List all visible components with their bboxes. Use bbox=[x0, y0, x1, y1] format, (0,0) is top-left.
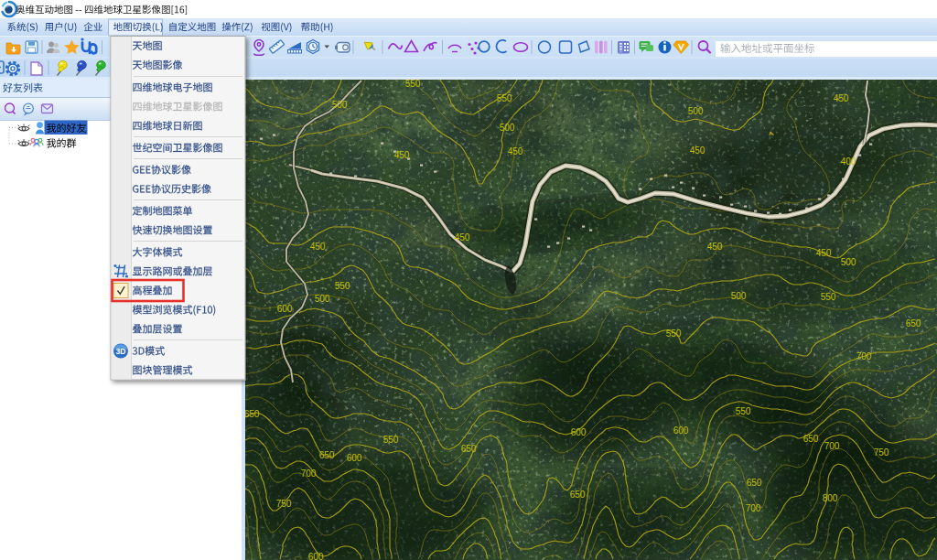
svg-text:3D: 3D bbox=[116, 347, 126, 356]
